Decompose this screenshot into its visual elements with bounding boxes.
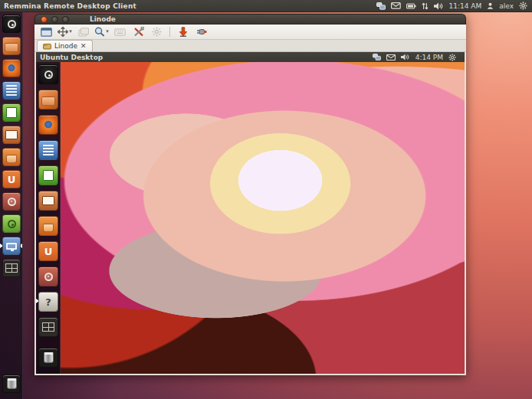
host-top-panel: Remmina Remote Desktop Client 11:14 AM a… [0, 0, 532, 12]
launcher-item-trash[interactable] [0, 374, 22, 394]
remote-launcher-item-system-settings[interactable] [36, 267, 60, 286]
tab-close-icon[interactable]: ✕ [80, 42, 87, 50]
launcher-item-home-folder[interactable] [0, 37, 22, 57]
software-center-icon [2, 148, 21, 166]
battery-icon[interactable] [406, 3, 416, 9]
minimize-button[interactable] [51, 16, 58, 23]
impress-icon [2, 126, 21, 144]
maximize-button[interactable] [62, 16, 69, 23]
zoom-button[interactable]: ▾ [94, 25, 110, 38]
remote-launcher-item-workspace-switcher[interactable] [36, 317, 60, 337]
remote-session-gear-icon[interactable] [448, 54, 456, 61]
tab-label: Linode [54, 42, 77, 50]
remote-launcher-item-libreoffice-calc[interactable] [36, 165, 60, 185]
launcher-item-system-settings[interactable] [0, 192, 22, 212]
fullscreen-button[interactable] [38, 25, 54, 38]
calc-icon [38, 165, 58, 185]
window-title: Linode [90, 15, 116, 23]
launcher-item-remmina[interactable] [0, 237, 22, 257]
mail-icon[interactable] [391, 2, 401, 9]
remote-desktop: U ? [36, 62, 465, 374]
launcher-item-ubuntu-one[interactable]: U [0, 170, 22, 190]
writer-icon [2, 81, 21, 100]
software-center-icon [38, 216, 58, 236]
remote-network-icon[interactable] [373, 54, 381, 61]
remote-unity-launcher: U ? [36, 62, 61, 374]
ubuntu-logo-icon [2, 15, 21, 33]
remote-launcher-item-trash[interactable] [36, 348, 60, 368]
remote-top-panel: Ubuntu Desktop 4:14 PM [36, 52, 465, 62]
plug-button[interactable] [193, 25, 209, 38]
remote-wallpaper [36, 62, 465, 374]
remmina-window: Linode ▾ ▾ [34, 14, 466, 375]
username[interactable]: alex [499, 2, 514, 10]
remote-launcher-item-unknown-app[interactable]: ? [36, 292, 60, 312]
keyboard-grab-button[interactable] [112, 25, 128, 38]
host-clock[interactable]: 11:14 AM [449, 2, 482, 10]
launcher-item-libreoffice-impress[interactable] [0, 126, 22, 146]
pan-button[interactable]: ▾ [57, 25, 73, 38]
firefox-icon [2, 59, 21, 77]
remote-launcher-item-libreoffice-writer[interactable] [36, 140, 60, 160]
session-gear-icon[interactable] [519, 2, 527, 10]
unknown-app-icon: ? [38, 292, 58, 312]
desktop: Remmina Remote Desktop Client 11:14 AM a… [0, 0, 532, 399]
disconnect-button[interactable] [175, 25, 191, 38]
launcher-item-workspace-switcher[interactable] [0, 259, 22, 279]
remote-indicator-area: 4:14 PM [373, 54, 461, 61]
launcher-item-firefox[interactable] [0, 59, 22, 79]
folder-icon [2, 37, 21, 55]
launcher-item-dash-home[interactable] [0, 15, 22, 34]
launcher-item-software-center[interactable] [0, 148, 22, 168]
tab-linode[interactable]: Linode ✕ [37, 40, 93, 51]
close-button[interactable] [41, 16, 48, 23]
workspace-switcher-icon [2, 259, 21, 277]
remote-launcher-item-dash-home[interactable] [36, 64, 60, 84]
tab-connection-icon [43, 43, 51, 50]
remote-mail-icon[interactable] [386, 54, 396, 61]
remmina-icon [2, 237, 21, 255]
remote-session-view: Ubuntu Desktop 4:14 PM [34, 52, 466, 375]
trash-icon [2, 374, 21, 393]
green-circle-app-icon [2, 214, 21, 233]
workspace-switcher-icon [38, 317, 58, 337]
settings-gear-icon [38, 267, 58, 286]
remote-clock[interactable]: 4:14 PM [415, 54, 443, 61]
impress-icon [38, 191, 58, 211]
folder-icon [38, 90, 58, 110]
remote-launcher-item-firefox[interactable] [36, 115, 60, 135]
remmina-tabbar: Linode ✕ [34, 40, 466, 52]
zoom-dropdown-caret[interactable]: ▾ [106, 29, 109, 34]
remote-launcher-item-software-center[interactable] [36, 216, 60, 236]
tools-button[interactable] [130, 25, 146, 38]
settings-gear-icon [2, 192, 21, 211]
pan-dropdown-caret[interactable]: ▾ [69, 29, 72, 34]
ubuntu-logo-icon [38, 64, 58, 84]
launcher-item-libreoffice-calc[interactable] [0, 103, 22, 123]
calc-icon [2, 103, 21, 122]
remote-launcher-item-home-folder[interactable] [36, 90, 60, 110]
remmina-toolbar: ▾ ▾ [34, 25, 466, 40]
user-icon[interactable] [487, 2, 494, 9]
firefox-icon [38, 115, 58, 135]
scaled-mode-button[interactable] [75, 25, 91, 38]
remote-launcher-item-ubuntu-one[interactable]: U [36, 241, 60, 261]
ubuntu-one-icon: U [2, 170, 21, 188]
active-app-title: Remmina Remote Desktop Client [0, 2, 136, 10]
window-titlebar[interactable]: Linode [34, 14, 466, 25]
sync-arrows-icon[interactable] [422, 2, 429, 10]
launcher-item-libreoffice-writer[interactable] [0, 81, 22, 101]
host-unity-launcher: U [0, 12, 23, 399]
preferences-button[interactable] [149, 25, 165, 38]
remote-volume-icon[interactable] [401, 54, 410, 61]
ubuntu-one-icon: U [38, 241, 58, 261]
writer-icon [38, 140, 58, 160]
trash-icon [38, 348, 58, 368]
launcher-item-green-app[interactable] [0, 214, 22, 234]
remote-launcher-item-libreoffice-impress[interactable] [36, 191, 60, 211]
network-icon[interactable] [376, 2, 386, 10]
remote-panel-title[interactable]: Ubuntu Desktop [40, 54, 103, 61]
toolbar-separator [169, 27, 170, 37]
volume-icon[interactable] [434, 2, 444, 10]
host-indicator-area: 11:14 AM alex [376, 2, 532, 10]
